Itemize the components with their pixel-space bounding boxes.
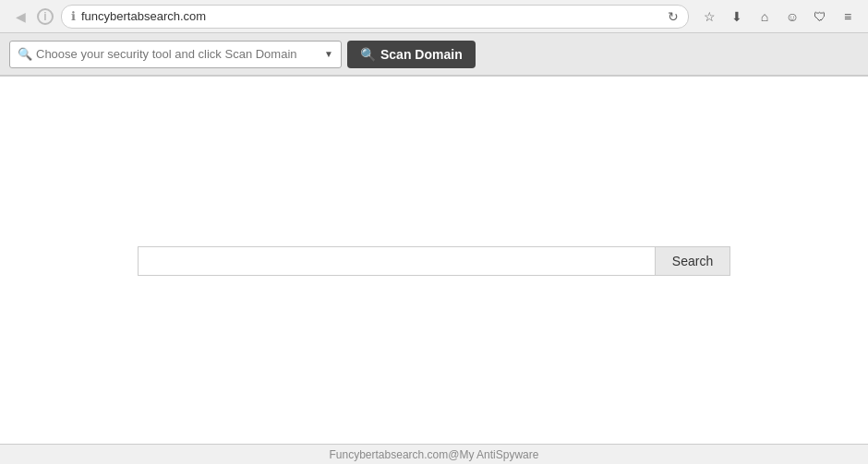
search-widget: Search bbox=[138, 246, 730, 276]
status-bar: Funcybertabsearch.com@My AntiSpyware bbox=[0, 444, 868, 464]
security-toolbar: 🔍 ▼ 🔍 Scan Domain bbox=[0, 33, 868, 76]
url-info-icon: ℹ bbox=[71, 9, 76, 23]
bookmark-icon[interactable]: ☆ bbox=[696, 4, 722, 30]
info-icon[interactable]: i bbox=[37, 8, 54, 25]
search-button-label: Search bbox=[672, 254, 713, 268]
downloads-icon[interactable]: ⬇ bbox=[724, 4, 750, 30]
main-content: Search bbox=[0, 77, 868, 445]
security-tool-input[interactable] bbox=[36, 47, 320, 61]
scan-search-icon: 🔍 bbox=[360, 47, 376, 62]
home-icon[interactable]: ⌂ bbox=[752, 4, 778, 30]
nav-bar: ◀ i ℹ funcybertabsearch.com ↻ ☆ ⬇ ⌂ ☺ 🛡 … bbox=[0, 0, 868, 33]
nav-icons-right: ☆ ⬇ ⌂ ☺ 🛡 ≡ bbox=[696, 4, 861, 30]
scan-domain-label: Scan Domain bbox=[380, 47, 463, 62]
reload-button[interactable]: ↻ bbox=[668, 9, 679, 24]
security-search-icon: 🔍 bbox=[18, 47, 32, 61]
url-text: funcybertabsearch.com bbox=[81, 9, 668, 23]
menu-icon[interactable]: ≡ bbox=[835, 4, 861, 30]
scan-domain-button[interactable]: 🔍 Scan Domain bbox=[347, 41, 476, 68]
shield-icon[interactable]: 🛡 bbox=[807, 4, 833, 30]
search-input[interactable] bbox=[138, 246, 655, 276]
smiley-icon[interactable]: ☺ bbox=[779, 4, 805, 30]
dropdown-arrow-icon[interactable]: ▼ bbox=[324, 49, 333, 59]
url-bar[interactable]: ℹ funcybertabsearch.com ↻ bbox=[61, 5, 689, 29]
security-input-wrapper: 🔍 ▼ bbox=[9, 41, 342, 68]
back-button[interactable]: ◀ bbox=[7, 4, 33, 30]
status-text: Funcybertabsearch.com@My AntiSpyware bbox=[330, 448, 539, 461]
search-button[interactable]: Search bbox=[655, 246, 730, 276]
